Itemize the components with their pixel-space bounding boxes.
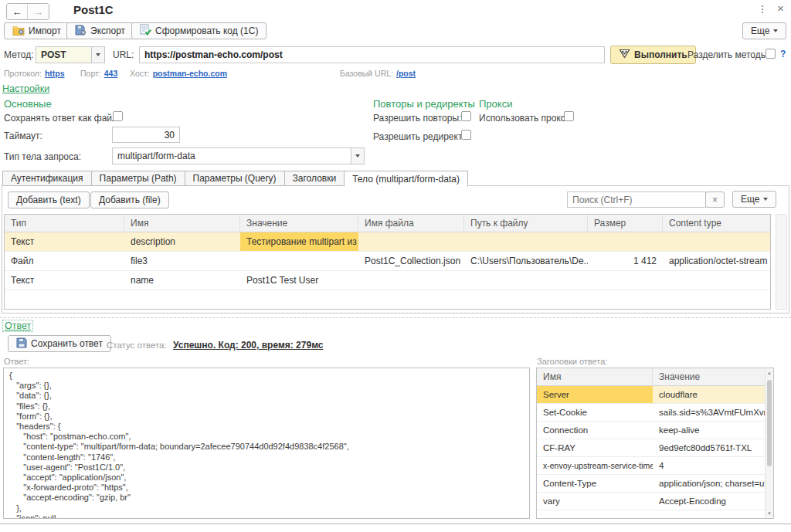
import-icon xyxy=(12,25,25,38)
forward-button[interactable]: → xyxy=(28,4,49,19)
header-row[interactable]: CF-RAY 9ed9efc80dd5761f-TXL xyxy=(537,439,765,457)
method-dropdown-button[interactable] xyxy=(91,47,104,63)
col-file-path[interactable]: Путь к файлу xyxy=(464,215,588,232)
active-cell[interactable]: Тестирование multipart из 1С xyxy=(240,232,358,252)
multipart-table-header: Тип Имя Значение Имя файла Путь к файлу … xyxy=(5,215,770,232)
col-size[interactable]: Размер xyxy=(588,215,663,232)
generate-code-icon xyxy=(140,24,151,38)
tab-params-query[interactable]: Параметры (Query) xyxy=(185,171,285,186)
body-type-select[interactable]: multipart/form-data xyxy=(112,147,365,164)
scrollbar-thumb[interactable] xyxy=(767,380,772,466)
split-methods-checkbox[interactable] xyxy=(766,49,776,59)
host-label: Хост: xyxy=(130,69,150,78)
response-section-toggle[interactable]: Ответ xyxy=(2,320,33,332)
port-link[interactable]: 443 xyxy=(104,69,118,78)
execute-flag-icon xyxy=(619,49,630,61)
generate-code-button[interactable]: Сформировать код (1С) xyxy=(131,22,266,39)
method-label: Метод: xyxy=(4,49,34,60)
col-header-name[interactable]: Имя xyxy=(537,368,653,386)
window-menu-icon[interactable] xyxy=(762,5,763,13)
use-proxy-label: Использовать прокси: xyxy=(479,113,573,124)
header-row[interactable]: Connection keep-alive xyxy=(537,422,765,439)
base-url-pair: Базовый URL:/post xyxy=(340,69,416,78)
header-row[interactable]: x-envoy-upstream-service-time 4 xyxy=(537,457,765,475)
body-type-dropdown-button[interactable] xyxy=(351,148,364,164)
table-row[interactable]: Текст description Тестирование multipart… xyxy=(5,232,770,252)
allow-retries-checkbox[interactable] xyxy=(461,111,471,121)
header-row[interactable]: vary Accept-Encoding xyxy=(537,493,765,510)
headers-table-header: Имя Значение xyxy=(537,368,765,386)
window-bottom-border xyxy=(0,524,791,524)
scroll-down-icon[interactable]: ▼ xyxy=(766,509,773,518)
search-clear-button[interactable]: × xyxy=(705,191,725,208)
execute-button[interactable]: Выполнить xyxy=(610,46,696,64)
save-as-file-label: Сохранять ответ как файл: xyxy=(4,113,120,124)
tab-body-multipart[interactable]: Тело (multipart/form-data) xyxy=(345,171,468,187)
tab-params-path[interactable]: Параметры (Path) xyxy=(92,171,185,186)
base-url-label: Базовый URL: xyxy=(340,69,393,78)
panel-more-button[interactable]: Еще xyxy=(732,191,776,208)
table-row[interactable]: Текст name Post1C Test User xyxy=(5,271,770,290)
retries-group-title: Повторы и редиректы xyxy=(373,98,475,110)
forward-arrow-icon: → xyxy=(33,6,43,18)
response-status-label: Статус ответа: xyxy=(107,341,167,350)
save-as-file-checkbox[interactable] xyxy=(113,111,123,121)
protocol-label: Протокол: xyxy=(4,69,42,78)
col-value[interactable]: Значение xyxy=(240,215,358,232)
split-methods-label: Разделить методы: xyxy=(687,49,770,60)
header-row[interactable]: Set-Cookie sails.sid=s%3AVmtFUmXvn... xyxy=(537,404,765,422)
method-select[interactable]: POST xyxy=(36,46,105,63)
col-content-type[interactable]: Content type xyxy=(663,215,770,232)
allow-redirects-checkbox[interactable] xyxy=(461,130,471,140)
help-link[interactable]: ? xyxy=(780,49,786,59)
timeout-input[interactable] xyxy=(112,127,180,143)
export-button[interactable]: Экспорт xyxy=(66,22,134,39)
scroll-up-icon[interactable]: ▲ xyxy=(766,368,773,378)
tab-authentication[interactable]: Аутентификация xyxy=(2,171,92,186)
base-url-link[interactable]: /post xyxy=(396,69,416,78)
close-icon[interactable]: × xyxy=(777,2,784,15)
col-header-value[interactable]: Значение xyxy=(653,368,765,386)
use-proxy-checkbox[interactable] xyxy=(564,111,574,121)
response-body-label: Ответ: xyxy=(4,357,29,366)
nav-history-group: ← → xyxy=(6,3,49,20)
header-row[interactable]: Content-Type application/json; charset=u… xyxy=(537,475,765,493)
col-type[interactable]: Тип xyxy=(5,215,124,232)
add-text-button[interactable]: Добавить (text) xyxy=(8,191,90,208)
col-file-name[interactable]: Имя файла xyxy=(358,215,464,232)
add-file-button[interactable]: Добавить (file) xyxy=(90,191,169,208)
body-type-value: multipart/form-data xyxy=(113,148,351,164)
save-response-button[interactable]: Сохранить ответ xyxy=(8,335,111,352)
toolbar-more-button[interactable]: Еще xyxy=(742,22,786,39)
tab-headers[interactable]: Заголовки xyxy=(285,171,345,186)
url-input[interactable] xyxy=(139,46,605,63)
search-input[interactable] xyxy=(567,191,706,208)
method-value: POST xyxy=(36,47,91,63)
import-button[interactable]: Импорт xyxy=(4,22,70,39)
response-headers-label: Заголовки ответа: xyxy=(537,357,607,366)
save-floppy-icon xyxy=(16,337,27,351)
response-status-link[interactable]: Успешно. Код: 200, время: 279мс xyxy=(173,340,324,351)
response-body[interactable]: { "args": {}, "data": {}, "files": {}, "… xyxy=(4,368,529,519)
body-type-label: Тип тела запроса: xyxy=(4,151,81,162)
chevron-down-icon xyxy=(763,198,768,201)
chevron-down-icon xyxy=(773,29,778,32)
back-button[interactable]: ← xyxy=(7,4,28,19)
host-link[interactable]: postman-echo.com xyxy=(153,69,227,78)
response-headers-table: Имя Значение Server cloudflare Set-Cooki… xyxy=(536,368,774,519)
col-name[interactable]: Имя xyxy=(124,215,240,232)
table-row[interactable]: Файл file3 Post1C_Collection.json C:\Use… xyxy=(5,252,770,271)
header-row[interactable]: Server cloudflare xyxy=(537,386,765,404)
url-label: URL: xyxy=(113,49,134,60)
app-window: ← → Post1C × Импорт Экспорт Сформировать… xyxy=(0,0,791,532)
protocol-link[interactable]: https xyxy=(45,69,65,78)
section-divider xyxy=(0,317,791,318)
settings-section-toggle[interactable]: Настройки xyxy=(2,83,49,94)
host-pair: Хост:postman-echo.com xyxy=(130,69,227,78)
table-scrollbar[interactable] xyxy=(776,214,787,310)
back-arrow-icon: ← xyxy=(12,6,22,18)
clear-x-icon: × xyxy=(712,195,718,205)
allow-redirects-label: Разрешить редиректы: xyxy=(373,131,471,142)
headers-scrollbar[interactable]: ▲ ▼ xyxy=(765,368,773,518)
general-group-title: Основные xyxy=(4,98,52,110)
